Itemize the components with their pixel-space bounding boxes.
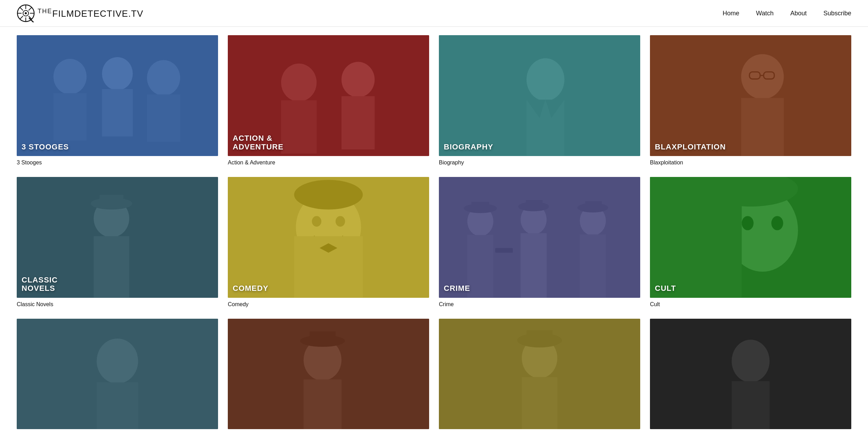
- card-bg-3-stooges: [17, 35, 218, 156]
- card-label-cult: CULT: [655, 284, 676, 293]
- card-bg-row3-3: [439, 319, 640, 429]
- card-overlay-cult: [650, 177, 851, 298]
- card-image-classic-novels: CLASSIC NOVELS: [17, 177, 218, 298]
- category-card-biography[interactable]: BIOGRAPHY Biography: [439, 35, 640, 166]
- card-overlay-row3-4: [650, 319, 851, 429]
- main-nav: Home Watch About Subscribe: [723, 10, 851, 17]
- card-overlay-row3-3: [439, 319, 640, 429]
- category-card-comedy[interactable]: COMEDY Comedy: [228, 177, 429, 308]
- category-grid-row3-partial: [17, 319, 851, 433]
- card-label-comedy: COMEDY: [233, 284, 269, 293]
- category-card-action-adventure[interactable]: ACTION & ADVENTURE Action & Adventure: [228, 35, 429, 166]
- card-bg-comedy: [228, 177, 429, 298]
- card-label-classic-novels: CLASSIC NOVELS: [22, 276, 58, 293]
- card-title-cult: Cult: [650, 301, 851, 308]
- nav-home[interactable]: Home: [723, 10, 739, 17]
- logo-link[interactable]: THEFilmDetective.TV: [17, 4, 144, 22]
- header: THEFilmDetective.TV Home Watch About Sub…: [0, 0, 868, 27]
- logo-icon: [17, 4, 35, 22]
- category-card-row3-3[interactable]: [439, 319, 640, 433]
- card-title-biography: Biography: [439, 160, 640, 166]
- card-title-action-adventure: Action & Adventure: [228, 160, 429, 166]
- svg-line-7: [20, 8, 23, 11]
- svg-point-2: [25, 12, 27, 14]
- card-title-classic-novels: Classic Novels: [17, 301, 218, 308]
- card-label-biography: BIOGRAPHY: [444, 143, 493, 151]
- card-title-comedy: Comedy: [228, 301, 429, 308]
- svg-line-10: [20, 16, 23, 19]
- card-overlay-row3-2: [228, 319, 429, 429]
- card-overlay-blaxploitation: [650, 35, 851, 156]
- category-card-crime[interactable]: CRIME Crime: [439, 177, 640, 308]
- category-card-row3-2[interactable]: [228, 319, 429, 433]
- main-content: 3 STOOGES 3 Stooges ACTION & ADVENTURE: [0, 27, 868, 434]
- card-overlay-comedy: [228, 177, 429, 298]
- category-grid-row1: 3 STOOGES 3 Stooges ACTION & ADVENTURE: [17, 35, 851, 166]
- category-card-row3-4[interactable]: [650, 319, 851, 433]
- card-overlay-crime: [439, 177, 640, 298]
- card-label-blaxploitation: BLAXPLOITATION: [655, 143, 726, 151]
- category-grid-row2: CLASSIC NOVELS Classic Novels: [17, 177, 851, 308]
- card-overlay-biography: [439, 35, 640, 156]
- card-title-3-stooges: 3 Stooges: [17, 160, 218, 166]
- card-image-blaxploitation: BLAXPLOITATION: [650, 35, 851, 156]
- card-title-blaxploitation: Blaxploitation: [650, 160, 851, 166]
- card-image-3-stooges: 3 STOOGES: [17, 35, 218, 156]
- category-card-cult[interactable]: CULT Cult: [650, 177, 851, 308]
- card-label-action-adventure: ACTION & ADVENTURE: [233, 134, 284, 151]
- card-bg-biography: [439, 35, 640, 156]
- card-overlay-3-stooges: [17, 35, 218, 156]
- nav-about[interactable]: About: [790, 10, 807, 17]
- card-bg-cult: [650, 177, 851, 298]
- card-image-row3-2: [228, 319, 429, 429]
- card-image-row3-1: [17, 319, 218, 429]
- category-card-3-stooges[interactable]: 3 STOOGES 3 Stooges: [17, 35, 218, 166]
- nav-watch[interactable]: Watch: [756, 10, 774, 17]
- card-bg-crime: [439, 177, 640, 298]
- card-bg-row3-2: [228, 319, 429, 429]
- card-image-crime: CRIME: [439, 177, 640, 298]
- card-image-row3-3: [439, 319, 640, 429]
- card-image-biography: BIOGRAPHY: [439, 35, 640, 156]
- category-card-row3-1[interactable]: [17, 319, 218, 433]
- card-image-cult: CULT: [650, 177, 851, 298]
- card-label-crime: CRIME: [444, 284, 470, 293]
- card-bg-blaxploitation: [650, 35, 851, 156]
- card-image-action-adventure: ACTION & ADVENTURE: [228, 35, 429, 156]
- category-card-blaxploitation[interactable]: BLAXPLOITATION Blaxploitation: [650, 35, 851, 166]
- nav-subscribe[interactable]: Subscribe: [823, 10, 851, 17]
- logo-text: THEFilmDetective.TV: [38, 8, 144, 19]
- svg-line-9: [29, 8, 32, 11]
- card-bg-row3-1: [17, 319, 218, 429]
- card-bg-row3-4: [650, 319, 851, 429]
- category-card-classic-novels[interactable]: CLASSIC NOVELS Classic Novels: [17, 177, 218, 308]
- card-title-crime: Crime: [439, 301, 640, 308]
- card-image-row3-4: [650, 319, 851, 429]
- card-overlay-row3-1: [17, 319, 218, 429]
- card-image-comedy: COMEDY: [228, 177, 429, 298]
- card-label-3-stooges: 3 STOOGES: [22, 143, 69, 151]
